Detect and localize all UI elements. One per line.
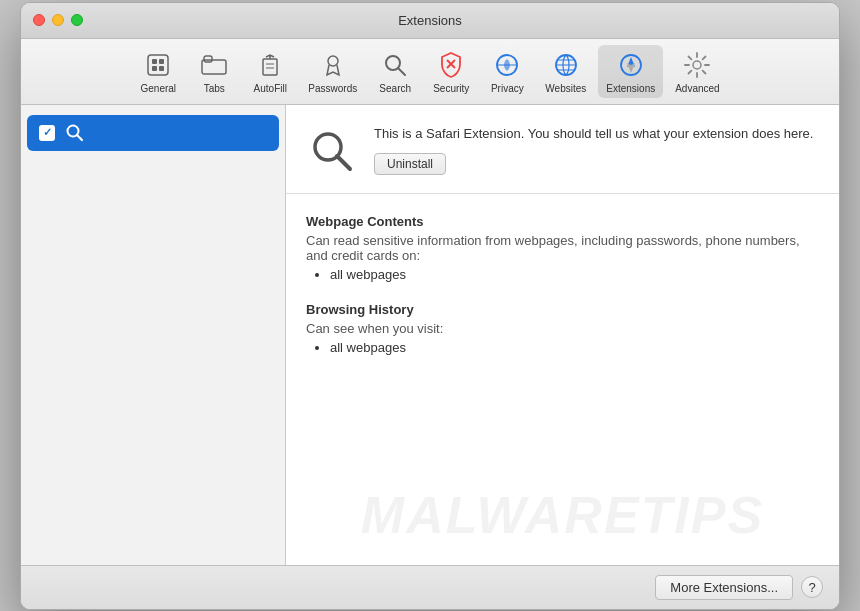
maximize-button[interactable] — [71, 14, 83, 26]
search-label: Search — [379, 83, 411, 94]
security-icon — [435, 49, 467, 81]
extension-header: This is a Safari Extension. You should t… — [286, 105, 839, 194]
ext-checkbox[interactable]: ✓ — [39, 125, 55, 141]
detail-panel: MALWARETIPS This is a Safari Extension. … — [286, 105, 839, 565]
toolbar-item-websites[interactable]: Websites — [537, 45, 594, 98]
svg-rect-6 — [204, 56, 212, 62]
svg-rect-2 — [159, 59, 164, 64]
list-item: all webpages — [330, 267, 819, 282]
browsing-history-section: Browsing History Can see when you visit:… — [306, 302, 819, 355]
help-button[interactable]: ? — [801, 576, 823, 598]
svg-rect-4 — [159, 66, 164, 71]
ext-search-icon — [63, 121, 87, 145]
svg-rect-7 — [263, 59, 277, 75]
toolbar-item-extensions[interactable]: Extensions — [598, 45, 663, 98]
tabs-label: Tabs — [204, 83, 225, 94]
webpage-contents-desc: Can read sensitive information from webp… — [306, 233, 819, 263]
traffic-lights — [33, 14, 83, 26]
svg-point-24 — [693, 61, 701, 69]
content-area: ✓ MALWARETIPS — [21, 105, 839, 565]
autofill-label: AutoFill — [254, 83, 287, 94]
general-label: General — [141, 83, 177, 94]
autofill-icon — [254, 49, 286, 81]
tabs-icon — [198, 49, 230, 81]
extension-description: This is a Safari Extension. You should t… — [374, 125, 819, 143]
toolbar-item-search[interactable]: Search — [369, 45, 421, 98]
advanced-icon — [681, 49, 713, 81]
toolbar-item-general[interactable]: General — [132, 45, 184, 98]
svg-line-26 — [77, 135, 82, 140]
search-toolbar-icon — [379, 49, 411, 81]
uninstall-button[interactable]: Uninstall — [374, 153, 446, 175]
list-item: all webpages — [330, 340, 819, 355]
checkmark-icon: ✓ — [43, 126, 52, 139]
titlebar: Extensions — [21, 3, 839, 39]
sidebar: ✓ — [21, 105, 286, 565]
extension-icon — [306, 125, 358, 177]
toolbar: General Tabs AutoFill — [21, 39, 839, 105]
passwords-icon — [317, 49, 349, 81]
sidebar-item-search-ext[interactable]: ✓ — [27, 115, 279, 151]
toolbar-item-autofill[interactable]: AutoFill — [244, 45, 296, 98]
security-label: Security — [433, 83, 469, 94]
websites-icon — [550, 49, 582, 81]
webpage-contents-list: all webpages — [306, 267, 819, 282]
webpage-contents-title: Webpage Contents — [306, 214, 819, 229]
extensions-icon — [615, 49, 647, 81]
permissions-section: Webpage Contents Can read sensitive info… — [286, 194, 839, 565]
toolbar-item-privacy[interactable]: Privacy — [481, 45, 533, 98]
browsing-history-title: Browsing History — [306, 302, 819, 317]
passwords-label: Passwords — [308, 83, 357, 94]
svg-line-28 — [337, 156, 350, 169]
toolbar-item-advanced[interactable]: Advanced — [667, 45, 727, 98]
minimize-button[interactable] — [52, 14, 64, 26]
general-icon — [142, 49, 174, 81]
svg-rect-1 — [152, 59, 157, 64]
websites-label: Websites — [545, 83, 586, 94]
extension-info: This is a Safari Extension. You should t… — [374, 125, 819, 175]
toolbar-item-security[interactable]: Security — [425, 45, 477, 98]
svg-rect-3 — [152, 66, 157, 71]
toolbar-item-tabs[interactable]: Tabs — [188, 45, 240, 98]
more-extensions-button[interactable]: More Extensions... — [655, 575, 793, 600]
browsing-history-list: all webpages — [306, 340, 819, 355]
advanced-label: Advanced — [675, 83, 719, 94]
webpage-contents-section: Webpage Contents Can read sensitive info… — [306, 214, 819, 282]
bottombar: More Extensions... ? — [21, 565, 839, 609]
svg-rect-0 — [148, 55, 168, 75]
main-window: Extensions General T — [20, 2, 840, 610]
browsing-history-desc: Can see when you visit: — [306, 321, 819, 336]
window-title: Extensions — [398, 13, 462, 28]
svg-point-10 — [328, 56, 338, 66]
privacy-label: Privacy — [491, 83, 524, 94]
extensions-label: Extensions — [606, 83, 655, 94]
svg-line-12 — [399, 68, 406, 75]
toolbar-item-passwords[interactable]: Passwords — [300, 45, 365, 98]
close-button[interactable] — [33, 14, 45, 26]
privacy-icon — [491, 49, 523, 81]
